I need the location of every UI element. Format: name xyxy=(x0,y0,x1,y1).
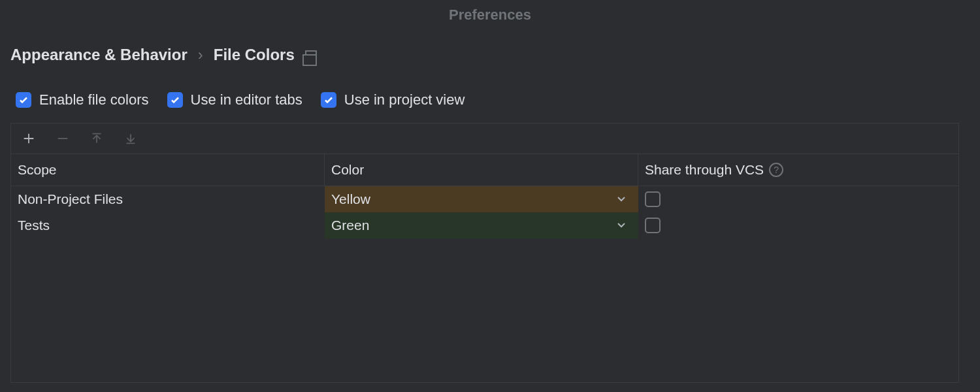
checkmark-icon xyxy=(16,92,31,108)
move-up-button xyxy=(88,130,105,147)
help-icon[interactable]: ? xyxy=(769,163,783,177)
chevron-down-icon xyxy=(616,218,627,233)
column-header-share[interactable]: Share through VCS ? xyxy=(638,154,958,186)
use-in-editor-tabs-checkbox[interactable]: Use in editor tabs xyxy=(167,91,302,108)
color-name: Green xyxy=(331,218,369,233)
window-icon xyxy=(305,50,317,59)
table-row[interactable]: TestsGreen xyxy=(11,212,958,238)
column-header-share-label: Share through VCS xyxy=(645,162,764,178)
table-row[interactable]: Non-Project FilesYellow xyxy=(11,186,958,212)
window-title: Preferences xyxy=(0,7,980,24)
share-vcs-cell[interactable] xyxy=(638,212,958,238)
checkbox-label: Enable file colors xyxy=(39,91,149,108)
breadcrumb-current: File Colors xyxy=(214,46,295,64)
checkbox-label: Use in project view xyxy=(344,91,465,108)
use-in-project-view-checkbox[interactable]: Use in project view xyxy=(321,91,465,108)
remove-button xyxy=(54,130,71,147)
checkmark-icon xyxy=(321,92,336,108)
color-cell[interactable]: Green xyxy=(325,212,638,238)
table-toolbar xyxy=(11,123,958,154)
checkmark-icon xyxy=(167,92,183,108)
column-header-color[interactable]: Color xyxy=(325,154,638,186)
checkbox-label: Use in editor tabs xyxy=(191,91,302,108)
column-header-scope[interactable]: Scope xyxy=(11,154,325,186)
color-name: Yellow xyxy=(331,191,370,207)
add-button[interactable] xyxy=(20,130,37,147)
enable-file-colors-checkbox[interactable]: Enable file colors xyxy=(16,91,149,108)
file-colors-table: Scope Color Share through VCS ? Non-Proj… xyxy=(10,123,959,383)
breadcrumb: Appearance & Behavior › File Colors xyxy=(10,46,295,64)
breadcrumb-separator: › xyxy=(198,46,203,64)
scope-cell[interactable]: Non-Project Files xyxy=(11,186,325,212)
scope-cell[interactable]: Tests xyxy=(11,212,325,238)
share-vcs-checkbox[interactable] xyxy=(645,191,661,207)
share-vcs-checkbox[interactable] xyxy=(645,218,661,233)
move-down-button xyxy=(122,130,139,147)
breadcrumb-parent[interactable]: Appearance & Behavior xyxy=(10,46,188,64)
chevron-down-icon xyxy=(616,191,627,207)
color-cell[interactable]: Yellow xyxy=(325,186,638,212)
share-vcs-cell[interactable] xyxy=(638,186,958,212)
